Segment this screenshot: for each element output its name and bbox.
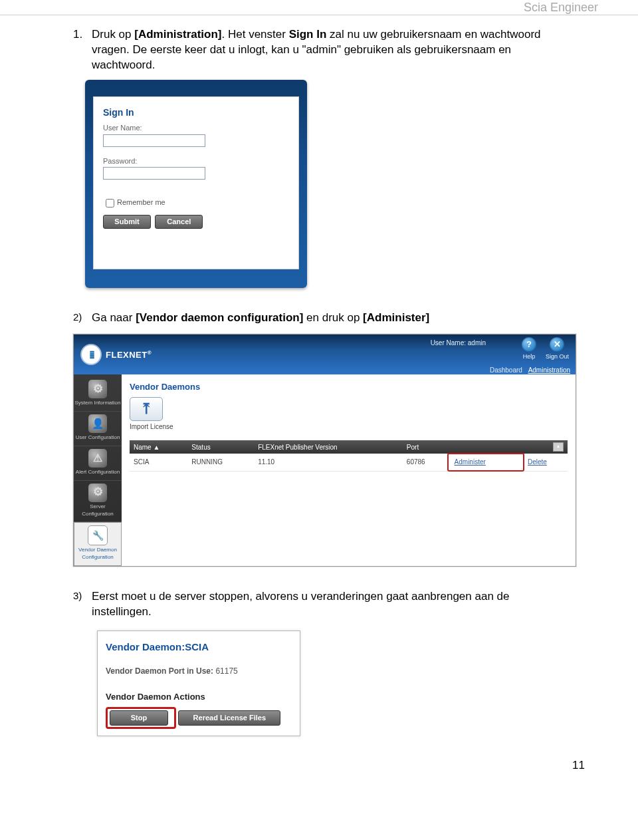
flexnet-main: Vendor Daemons ⤒ Import License Name ▲ S…	[122, 374, 576, 566]
page-number: 11	[0, 736, 638, 772]
step-1-text: Druk op [Administration]. Het venster Si…	[92, 27, 565, 73]
side-nav: System Information User Configuration Al…	[74, 374, 122, 566]
help-icon: ?	[522, 337, 536, 352]
step-2-text: Ga naar [Vendor daemon configuration] en…	[92, 311, 429, 326]
wrench-icon	[88, 525, 108, 545]
step-3-marker: 3)	[73, 589, 92, 620]
stop-button[interactable]: Stop	[110, 710, 168, 726]
sidebar-item-user[interactable]: User Configuration	[74, 412, 122, 446]
col-name[interactable]: Name ▲	[130, 440, 187, 454]
page-body: 1. Druk op [Administration]. Het venster…	[0, 15, 638, 736]
vendor-daemon-scia-panel: Vendor Daemon:SCIA Vendor Daemon Port in…	[97, 630, 300, 736]
document-header: Scia Engineer	[0, 0, 638, 15]
gear-icon	[88, 380, 107, 398]
vdscia-port: Vendor Daemon Port in Use: 61175	[106, 666, 296, 676]
signout-icon: ✕	[550, 337, 564, 352]
import-license-label: Import License	[130, 422, 568, 432]
help-button[interactable]: ? Help	[522, 337, 536, 360]
flexnet-logo-icon: ⁞⁞⁞	[82, 345, 100, 364]
product-name: Scia Engineer	[524, 1, 598, 15]
signout-button[interactable]: ✕ Sign Out	[546, 337, 569, 360]
sidebar-item-alert[interactable]: Alert Configuration	[74, 446, 122, 481]
flexnet-brand: FLEXNET®	[106, 349, 152, 361]
user-icon	[88, 414, 107, 433]
step-2: 2) Ga naar [Vendor daemon configuration]…	[73, 311, 565, 326]
scroll-up-icon[interactable]: ▴	[553, 442, 564, 452]
signin-title: Sign In	[103, 106, 289, 119]
remember-me[interactable]: Remember me	[103, 197, 289, 210]
sidebar-item-server[interactable]: Server Configuration	[74, 481, 122, 523]
submit-button[interactable]: Submit	[103, 215, 151, 229]
gear-icon	[88, 484, 107, 502]
stop-highlight: Stop	[106, 707, 176, 729]
reread-button[interactable]: Reread License Files	[178, 710, 280, 726]
tab-dashboard[interactable]: Dashboard	[490, 366, 522, 374]
alert-icon	[88, 449, 107, 468]
col-port[interactable]: Port	[403, 440, 448, 454]
password-input[interactable]	[103, 167, 205, 180]
user-name-label: User Name:	[103, 123, 289, 133]
password-label: Password:	[103, 156, 289, 166]
step-1-marker: 1.	[73, 27, 92, 73]
user-name-input[interactable]	[103, 134, 205, 147]
tab-administration[interactable]: Administration	[528, 366, 570, 374]
table-row: SCIA RUNNING 11.10 60786 Administer Dele…	[130, 454, 568, 471]
vendor-daemon-table: Name ▲ Status FLEXnet Publisher Version …	[130, 440, 568, 472]
step-3: 3) Eerst moet u de server stoppen, alvor…	[73, 589, 565, 620]
step-2-marker: 2)	[73, 311, 92, 326]
flexnet-topbar: ⁞⁞⁞ FLEXNET® User Name: admin ? Help ✕ S…	[74, 335, 576, 374]
step-1: 1. Druk op [Administration]. Het venster…	[73, 27, 565, 73]
vdscia-actions-title: Vendor Daemon Actions	[106, 691, 296, 703]
sidebar-item-system[interactable]: System Information	[74, 377, 122, 412]
vdscia-title: Vendor Daemon:SCIA	[106, 640, 296, 654]
flexnet-user: User Name: admin	[431, 339, 486, 348]
remember-checkbox[interactable]	[106, 199, 114, 208]
delete-link[interactable]: Delete	[524, 454, 568, 471]
sidebar-item-vendor-daemon[interactable]: Vendor Daemon Configuration	[74, 522, 122, 566]
col-status[interactable]: Status	[187, 440, 254, 454]
flexnet-screenshot: ⁞⁞⁞ FLEXNET® User Name: admin ? Help ✕ S…	[73, 334, 576, 567]
signin-screenshot: Sign In User Name: Password: Remember me…	[85, 80, 565, 289]
cancel-button[interactable]: Cancel	[155, 215, 203, 229]
administer-link[interactable]: Administer	[448, 454, 524, 471]
vendor-daemons-title: Vendor Daemons	[130, 381, 568, 393]
step-3-text: Eerst moet u de server stoppen, alvorens…	[92, 589, 565, 620]
import-license-button[interactable]: ⤒	[130, 397, 163, 421]
col-version[interactable]: FLEXnet Publisher Version	[254, 440, 403, 454]
nav-tabs: Dashboard Administration	[486, 366, 570, 375]
